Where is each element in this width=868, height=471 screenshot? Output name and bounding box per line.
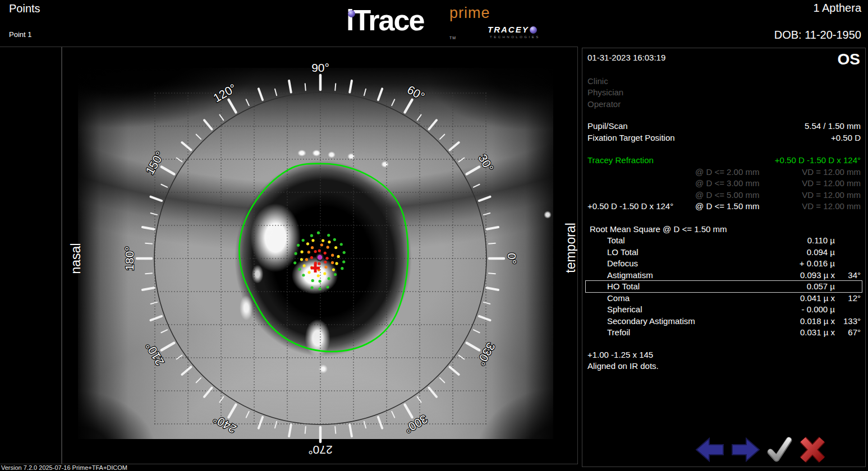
measurement-dot xyxy=(294,252,297,255)
degree-label: 0° xyxy=(506,253,518,264)
alignment-note: Aligned on IR dots. xyxy=(587,361,861,372)
rms-row[interactable]: Astigmatism0.093 µ x34° xyxy=(587,270,861,281)
diameter-label: @ D <= 3.00 mm xyxy=(695,178,768,190)
refraction-diameter-block: @ D <= 2.00 mmVD = 12.00 mm@ D <= 3.00 m… xyxy=(587,167,861,213)
measurement-dot xyxy=(318,262,320,265)
measurement-dot xyxy=(324,252,327,255)
measurement-dot xyxy=(310,256,313,259)
measurement-dot xyxy=(324,266,327,269)
rms-angle: 34° xyxy=(835,270,861,281)
measurement-dot xyxy=(322,239,324,242)
cancel-button[interactable] xyxy=(798,437,827,463)
meta-label: Operator xyxy=(587,99,861,110)
measurement-dot xyxy=(332,268,335,271)
measurement-dot xyxy=(300,251,303,253)
info-label: Fixation Target Position xyxy=(587,132,831,144)
tracey-technologies-text: TECHNOLOGIES xyxy=(490,35,540,39)
diameter-label: @ D <= 2.00 mm xyxy=(695,167,768,178)
measurement-dot xyxy=(324,261,327,264)
next-button[interactable] xyxy=(731,437,761,463)
measurement-dot xyxy=(333,238,336,241)
measurement-dot xyxy=(335,262,338,265)
rms-value: 0.110 µ xyxy=(736,235,835,247)
rms-table: Total0.110 µLO Total0.094 µDefocus+ 0.01… xyxy=(587,235,861,339)
degree-label: 300° xyxy=(402,412,430,436)
rms-row[interactable]: Spherical- 0.000 µ xyxy=(587,304,861,316)
degree-label: 60° xyxy=(405,83,427,103)
pupil-scan-block: Pupil/Scan5.54 / 1.50 mmFixation Target … xyxy=(587,121,861,144)
itrace-logo: iTrace prime TM TRACEY TECHNOLOGIES xyxy=(346,8,548,45)
manifest-refraction: +1.00 -1.25 x 145 xyxy=(587,349,861,361)
tracey-text: TRACEY xyxy=(488,25,529,34)
rms-label: Spherical xyxy=(587,304,736,316)
patient-name: 1 Apthera xyxy=(813,2,861,15)
axis-label-temporal: temporal xyxy=(563,223,578,273)
measurement-dot xyxy=(331,254,334,257)
rms-row[interactable]: Trefoil0.031 µ x67° xyxy=(587,327,861,339)
measurement-dot xyxy=(331,261,334,264)
measurement-dot xyxy=(302,274,305,276)
info-value: +0.50 D xyxy=(831,132,861,144)
degree-label: 210° xyxy=(143,340,167,368)
rms-row[interactable]: Total0.110 µ xyxy=(587,235,861,247)
tracey-refraction-label: Tracey Refraction xyxy=(587,155,775,167)
rms-row[interactable]: Defocus+ 0.016 µ xyxy=(587,258,861,270)
measurement-dot xyxy=(323,272,326,275)
measurement-dot xyxy=(307,251,310,253)
refraction-row: +0.50 D -1.50 D x 124°@ D <= 1.50 mmVD =… xyxy=(587,201,861,213)
measurement-dot xyxy=(342,260,345,263)
degree-label: 90° xyxy=(311,61,329,74)
rms-row[interactable]: Coma0.041 µ x12° xyxy=(587,293,861,304)
diameter-label: @ D <= 1.50 mm xyxy=(695,201,768,213)
degree-label: 30° xyxy=(476,152,496,174)
measurement-dot xyxy=(327,234,330,237)
scan-center-marker xyxy=(317,255,323,261)
measurement-dot xyxy=(318,280,321,283)
rms-value: 0.093 µ x xyxy=(736,270,835,281)
prev-button[interactable] xyxy=(695,437,725,463)
x-icon xyxy=(798,437,827,463)
results-panel: 01-31-2023 16:03:19 OS ClinicPhysicianOp… xyxy=(582,48,866,467)
vertex-distance: VD = 12.00 mm xyxy=(768,178,861,190)
tracey-refraction-value: +0.50 D -1.50 D x 124° xyxy=(775,155,861,167)
info-row: Fixation Target Position+0.50 D xyxy=(587,132,861,144)
info-label: Pupil/Scan xyxy=(587,121,805,132)
rms-row[interactable]: Secondary Astigmatism0.018 µ x133° xyxy=(587,316,861,327)
accept-button[interactable] xyxy=(766,437,792,463)
polar-overlay: 90°60°30°0°330°300°270°240°210°180°150°1… xyxy=(62,47,578,464)
meta-label: Physician xyxy=(587,87,861,99)
degree-label: 120° xyxy=(211,81,238,105)
refraction-row: @ D <= 5.00 mmVD = 12.00 mm xyxy=(587,190,861,201)
measurement-dot xyxy=(305,258,308,261)
measurement-dot xyxy=(302,239,305,242)
trademark-symbol: TM xyxy=(449,36,456,40)
degree-label: 330° xyxy=(474,340,498,368)
measurement-dot xyxy=(303,264,306,267)
rms-row[interactable]: LO Total0.094 µ xyxy=(587,247,861,258)
measurement-dot xyxy=(311,279,314,282)
exam-meta: ClinicPhysicianOperator xyxy=(587,76,861,110)
measurement-dot xyxy=(334,273,337,276)
measurement-dot xyxy=(341,267,343,270)
measurement-dot xyxy=(318,250,321,252)
measurement-dot xyxy=(328,241,330,243)
rms-row[interactable]: HO Total0.057 µ xyxy=(587,281,861,293)
tracey-wordmark: TRACEY xyxy=(488,25,537,34)
measurement-dot xyxy=(318,287,321,290)
version-text: Version 7.2.0 2025-07-16 Prime+TFA+DICOM xyxy=(1,464,127,471)
measurement-dot xyxy=(320,243,323,246)
prime-wordmark: prime xyxy=(449,4,490,22)
rms-value: 0.094 µ xyxy=(736,247,835,258)
rms-label: Trefoil xyxy=(587,327,736,339)
refraction-value xyxy=(587,167,695,178)
rms-value: 0.057 µ xyxy=(736,281,835,293)
degree-label: 270° xyxy=(308,444,332,456)
measurement-dot xyxy=(317,274,320,277)
refraction-value xyxy=(587,178,695,190)
measurement-dot xyxy=(314,250,316,253)
measurement-dot xyxy=(307,271,310,274)
exam-datetime: 01-31-2023 16:03:19 xyxy=(587,52,861,64)
measurement-dot xyxy=(310,286,313,289)
degree-label: 240° xyxy=(211,412,238,436)
rms-label: Total xyxy=(587,235,736,247)
